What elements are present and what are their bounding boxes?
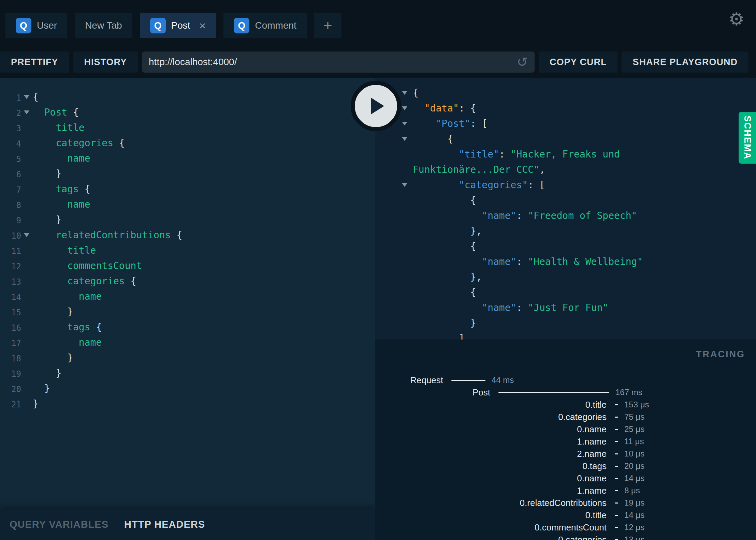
response-line: "data": { <box>375 101 756 116</box>
tab-label: New Tab <box>85 20 122 31</box>
trace-row: 0.title153 μs <box>375 399 745 411</box>
trace-time: 167 ms <box>615 388 642 397</box>
share-playground-button[interactable]: SHARE PLAYGROUND <box>622 51 748 73</box>
response-line: }, <box>375 223 756 239</box>
tab-user[interactable]: QUser <box>5 13 67 38</box>
fold-arrow-icon[interactable] <box>375 177 413 193</box>
response-line: Funktionäre...Der CCC", <box>375 162 756 177</box>
query-editor-pane[interactable]: 1{2 Post {3 title4 categories {5 name6 }… <box>0 78 375 540</box>
trace-time: 20 μs <box>624 461 644 471</box>
query-editor[interactable]: 1{2 Post {3 title4 categories {5 name6 }… <box>0 78 375 509</box>
query-icon: Q <box>16 18 31 33</box>
close-tab-icon[interactable]: × <box>199 20 206 31</box>
code-text: "categories": [ <box>413 177 545 193</box>
fold-spacer <box>375 254 413 269</box>
fold-spacer <box>375 223 413 239</box>
editor-line: 11 title <box>0 243 375 258</box>
trace-label: 1.name <box>375 485 607 496</box>
code-text: tags { <box>33 319 102 335</box>
url-input[interactable] <box>149 57 517 68</box>
trace-bar <box>615 466 618 467</box>
trace-row: 1.name8 μs <box>375 484 745 497</box>
trace-row: 0.commentsCount12 μs <box>375 521 745 534</box>
query-variables-tab[interactable]: QUERY VARIABLES <box>10 519 108 530</box>
fold-arrow-icon[interactable] <box>375 131 413 147</box>
line-number: 18 <box>0 350 21 365</box>
code-text: "Post": [ <box>413 116 488 131</box>
editor-line: 14 name <box>0 289 375 304</box>
trace-row: 0.categories13 μs <box>375 534 745 540</box>
code-text: } <box>33 350 73 365</box>
code-text: { <box>413 131 453 147</box>
tab-new-tab[interactable]: New Tab <box>75 13 132 38</box>
trace-label: 0.commentsCount <box>375 522 607 533</box>
http-headers-tab[interactable]: HTTP HEADERS <box>124 519 205 530</box>
execute-query-button[interactable] <box>351 81 401 131</box>
fold-spacer <box>375 239 413 254</box>
code-text: } <box>413 315 476 331</box>
fold-arrow-icon[interactable] <box>21 105 33 120</box>
fold-spacer <box>21 258 33 273</box>
code-text: relatedContributions { <box>33 227 182 243</box>
history-button[interactable]: HISTORY <box>73 51 138 73</box>
code-text: "name": "Just For Fun" <box>413 300 608 315</box>
code-text: "data": { <box>413 101 476 116</box>
fold-spacer <box>375 315 413 331</box>
code-text: } <box>33 381 50 396</box>
tab-label: User <box>37 20 57 31</box>
line-number: 2 <box>0 105 21 120</box>
line-number: 8 <box>0 197 21 212</box>
trace-label: 0.name <box>375 473 607 484</box>
editor-line: 9 } <box>0 212 375 227</box>
query-icon: Q <box>234 18 249 33</box>
code-text: "name": "Health & Wellbeing" <box>413 254 643 269</box>
fold-spacer <box>21 151 33 166</box>
response-line: "categories": [ <box>375 177 756 193</box>
trace-time: 11 μs <box>624 437 644 446</box>
fold-spacer <box>21 304 33 319</box>
fold-arrow-icon[interactable] <box>21 227 33 243</box>
code-text: name <box>33 289 102 304</box>
trace-bar <box>615 490 618 491</box>
trace-time: 8 μs <box>624 486 640 495</box>
schema-tab[interactable]: SCHEMA <box>739 112 756 164</box>
trace-row: Request44 ms <box>375 374 745 386</box>
code-text: } <box>33 396 39 411</box>
code-text: "name": "Freedom of Speech" <box>413 208 637 223</box>
settings-gear-icon[interactable]: ⚙ <box>728 10 744 28</box>
fold-spacer <box>21 319 33 335</box>
prettify-button[interactable]: PRETTIFY <box>0 51 69 73</box>
fold-spacer <box>21 135 33 151</box>
new-tab-button[interactable]: + <box>314 13 341 38</box>
tab-bar: QUserNew TabQPost×QComment+ <box>0 13 756 38</box>
trace-time: 14 μs <box>624 510 644 520</box>
fold-spacer <box>21 335 33 350</box>
response-line: { <box>375 285 756 300</box>
reload-icon[interactable]: ↺ <box>517 56 528 69</box>
trace-bar <box>615 478 618 479</box>
trace-label: Post <box>375 387 490 398</box>
code-text: { <box>413 193 476 208</box>
line-number: 21 <box>0 396 21 411</box>
editor-line: 20 } <box>0 381 375 396</box>
tab-post[interactable]: QPost× <box>140 13 216 38</box>
url-bar: ↺ <box>142 51 535 73</box>
trace-label: 0.categories <box>375 535 607 540</box>
fold-spacer <box>21 166 33 181</box>
trace-time: 25 μs <box>624 424 644 434</box>
response-json: { "data": { "Post": [ { "title": "Hacker… <box>375 85 756 340</box>
response-line: { <box>375 193 756 208</box>
code-text: title <box>33 243 96 258</box>
fold-arrow-icon[interactable] <box>21 89 33 105</box>
response-line: { <box>375 131 756 147</box>
line-number: 20 <box>0 381 21 396</box>
toolbar: PRETTIFY HISTORY ↺ COPY CURL SHARE PLAYG… <box>0 46 756 78</box>
trace-row: 0.name14 μs <box>375 472 745 484</box>
tab-comment[interactable]: QComment <box>223 13 306 38</box>
code-text: "title": "Hacker, Freaks und <box>413 147 620 162</box>
tracing-panel: TRACING Request44 msPost167 ms0.title153… <box>375 340 756 540</box>
editor-line: 16 tags { <box>0 319 375 335</box>
trace-row: 0.categories75 μs <box>375 411 745 423</box>
copy-curl-button[interactable]: COPY CURL <box>539 51 618 73</box>
top-bar: QUserNew TabQPost×QComment+ ⚙ <box>0 0 756 46</box>
